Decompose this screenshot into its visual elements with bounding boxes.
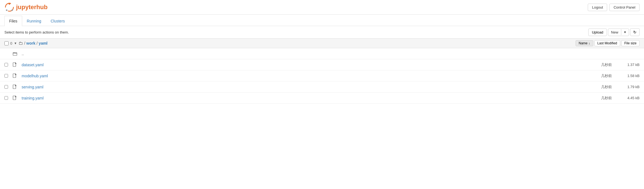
- sort-size-button[interactable]: File size: [621, 40, 640, 46]
- row-checkbox-wrap: [4, 85, 13, 89]
- file-list-header: 0 ▼ 🗀 / work / yaml Name ↓ Last Modified…: [0, 38, 644, 48]
- row-icon: [13, 62, 19, 67]
- row-modified: 几秒前: [568, 96, 612, 101]
- file-list-header-right: Name ↓ Last Modified File size: [576, 40, 640, 46]
- sort-modified-button[interactable]: Last Modified: [594, 40, 620, 46]
- file-list-body: .. dataset.yaml 几秒前 1.37 kB modelhub.yam…: [0, 48, 644, 104]
- logo-hub: hub: [36, 4, 47, 11]
- tab-clusters[interactable]: Clusters: [46, 16, 70, 26]
- logout-button[interactable]: Logout: [588, 4, 607, 11]
- tab-running[interactable]: Running: [22, 16, 46, 26]
- breadcrumb: 🗀 / work / yaml: [19, 41, 47, 46]
- row-modified: 几秒前: [568, 62, 612, 67]
- tabs-bar: Files Running Clusters: [0, 16, 644, 26]
- row-checkbox[interactable]: [4, 96, 8, 100]
- folder-icon: [13, 52, 17, 56]
- row-size: 1.58 kB: [612, 74, 640, 78]
- header-buttons: Logout Control Panel: [588, 4, 640, 11]
- table-row: modelhub.yaml 几秒前 1.58 kB: [0, 70, 644, 81]
- row-filename[interactable]: dataset.yaml: [22, 63, 568, 67]
- breadcrumb-work-link[interactable]: work: [26, 41, 35, 45]
- row-size: 1.79 kB: [612, 85, 640, 89]
- table-row: ..: [0, 48, 644, 59]
- control-panel-button[interactable]: Control Panel: [609, 4, 640, 11]
- svg-point-2: [6, 9, 7, 11]
- count-dropdown-arrow[interactable]: ▼: [14, 42, 17, 45]
- new-dropdown-caret[interactable]: ▼: [621, 29, 629, 35]
- breadcrumb-root-sep: /: [24, 41, 25, 45]
- row-icon: [13, 52, 19, 56]
- table-row: dataset.yaml 几秒前 1.37 kB: [0, 59, 644, 70]
- row-icon: [13, 96, 19, 100]
- select-all-checkbox[interactable]: [4, 41, 9, 45]
- item-count: 0: [10, 41, 12, 45]
- refresh-button[interactable]: ↻: [630, 28, 640, 36]
- header: jupyterhub Logout Control Panel: [0, 0, 644, 15]
- sort-name-button[interactable]: Name ↓: [576, 40, 593, 46]
- upload-button[interactable]: Upload: [588, 29, 607, 36]
- file-list-header-left: 0 ▼ 🗀 / work / yaml: [4, 41, 576, 46]
- file-icon: [13, 62, 17, 67]
- breadcrumb-work-sep: /: [37, 41, 38, 45]
- row-checkbox[interactable]: [4, 85, 8, 89]
- table-row: training.yaml 几秒前 4.45 kB: [0, 93, 644, 104]
- row-checkbox-wrap: [4, 74, 13, 78]
- file-icon: [13, 85, 17, 89]
- svg-point-3: [11, 9, 13, 11]
- file-icon: [13, 73, 17, 78]
- select-hint: Select items to perform actions on them.: [4, 30, 69, 34]
- toolbar-right: Upload New ▼ ↻: [588, 28, 640, 36]
- svg-point-1: [9, 3, 10, 4]
- table-row: serving.yaml 几秒前 1.79 kB: [0, 81, 644, 93]
- row-checkbox-wrap: [4, 96, 13, 100]
- new-button-group: New ▼: [608, 29, 629, 36]
- logo: jupyterhub: [4, 2, 48, 12]
- file-icon: [13, 96, 17, 100]
- row-modified: 几秒前: [568, 73, 612, 78]
- logo-text: jupyterhub: [16, 4, 48, 11]
- logo-jupyter: jupyter: [16, 4, 36, 11]
- row-filename[interactable]: training.yaml: [22, 96, 568, 100]
- breadcrumb-folder-icon: 🗀: [19, 41, 23, 46]
- toolbar: Select items to perform actions on them.…: [0, 26, 644, 38]
- row-filename[interactable]: serving.yaml: [22, 85, 568, 89]
- row-modified: 几秒前: [568, 85, 612, 90]
- row-checkbox[interactable]: [4, 74, 8, 78]
- new-button[interactable]: New: [608, 29, 621, 36]
- row-icon: [13, 73, 19, 78]
- breadcrumb-current[interactable]: yaml: [39, 41, 48, 45]
- row-checkbox[interactable]: [4, 63, 8, 67]
- jupyter-logo-icon: [4, 2, 14, 12]
- row-size: 4.45 kB: [612, 96, 640, 100]
- row-icon: [13, 85, 19, 89]
- row-filename[interactable]: modelhub.yaml: [22, 74, 568, 78]
- row-filename[interactable]: ..: [22, 52, 568, 56]
- row-checkbox-wrap: [4, 63, 13, 67]
- tab-files[interactable]: Files: [4, 16, 22, 26]
- row-size: 1.37 kB: [612, 63, 640, 67]
